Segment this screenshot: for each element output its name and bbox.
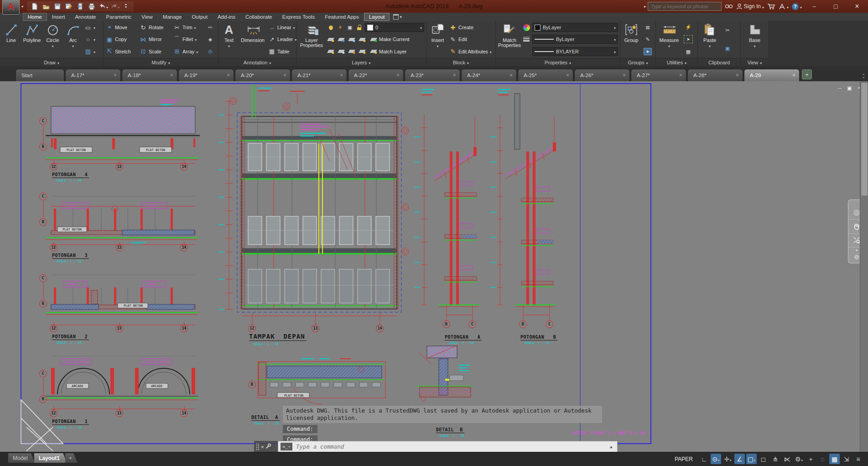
dimension-button[interactable]: Dimension: [239, 21, 267, 58]
file-tab-a-28[interactable]: A-28*: [687, 69, 743, 81]
fillet-button[interactable]: Fillet: [172, 34, 205, 45]
file-tab-a-22[interactable]: A-22*: [348, 69, 404, 81]
maximize-icon[interactable]: [826, 1, 845, 11]
text-caret-icon[interactable]: [228, 43, 230, 49]
plot-icon[interactable]: [87, 2, 97, 11]
panel-label-properties[interactable]: Properties: [496, 58, 620, 66]
circle-caret-icon[interactable]: [52, 43, 53, 49]
panel-label-modify[interactable]: Modify: [104, 58, 218, 66]
paste-caret-icon[interactable]: [709, 43, 711, 49]
arc-button[interactable]: Arc: [63, 21, 83, 58]
command-customize-icon[interactable]: [265, 443, 271, 451]
rectangle-caret-icon[interactable]: [94, 25, 95, 30]
close-tab-icon[interactable]: [566, 72, 569, 79]
close-tab-icon[interactable]: [509, 72, 513, 79]
panel-label-utilities[interactable]: Utilities: [656, 58, 697, 66]
workspace-icon[interactable]: ⚙: [794, 454, 804, 464]
file-tab-a-18[interactable]: A-18*: [122, 69, 177, 81]
base-button[interactable]: Base: [742, 21, 768, 58]
sign-in-caret-icon[interactable]: [761, 2, 764, 10]
ribbon-tab-express-tools[interactable]: Express Tools: [277, 13, 320, 21]
open-icon[interactable]: [41, 2, 51, 11]
close-tab-icon[interactable]: [679, 72, 682, 79]
application-menu-caret-icon[interactable]: ▾: [21, 5, 23, 9]
lineweight-caret-icon[interactable]: [614, 37, 616, 42]
new-icon[interactable]: [30, 2, 40, 11]
command-history-expand-icon[interactable]: [608, 445, 615, 449]
panel-label-view[interactable]: View: [741, 58, 769, 66]
ribbon-tab-featured-apps[interactable]: Featured Apps: [320, 13, 364, 21]
hatch-button[interactable]: [83, 46, 101, 57]
scale-button[interactable]: Scale: [138, 46, 172, 57]
file-tab-a-25[interactable]: A-25*: [518, 69, 573, 81]
layer-properties-button[interactable]: Layer Properties: [297, 21, 326, 58]
line-button[interactable]: Line: [1, 21, 21, 58]
annotation-monitor-icon[interactable]: +: [806, 454, 816, 464]
search-input[interactable]: [648, 2, 722, 11]
panel-label-annotation[interactable]: Annotation: [218, 58, 296, 66]
ribbon-tab-manage[interactable]: Manage: [158, 13, 187, 21]
close-tab-icon[interactable]: [340, 72, 343, 79]
polyline-button[interactable]: Polyline: [21, 21, 42, 58]
object-color-caret-icon[interactable]: [614, 25, 616, 30]
erase-icon[interactable]: [206, 24, 214, 31]
file-tab-a-24[interactable]: A-24*: [461, 69, 517, 81]
edit-attributes-caret-icon[interactable]: [490, 49, 492, 54]
move-button[interactable]: Move: [104, 22, 138, 33]
table-button[interactable]: Table: [267, 46, 295, 57]
offset-icon[interactable]: [206, 48, 214, 55]
panel-label-draw[interactable]: Draw: [0, 58, 103, 66]
search-collapse-icon[interactable]: ▸: [644, 4, 646, 9]
leader-button[interactable]: Leader: [267, 34, 295, 45]
help-icon[interactable]: [792, 2, 802, 11]
measure-caret-icon[interactable]: [668, 43, 670, 49]
file-tab-a-21[interactable]: A-21*: [291, 69, 347, 81]
command-input-field[interactable]: ▾: [278, 441, 618, 452]
copy-clip-icon[interactable]: [723, 45, 732, 52]
layer-unlock-icon[interactable]: [355, 24, 364, 31]
search-icon[interactable]: [725, 2, 733, 11]
new-layout-tab-button[interactable]: +: [65, 453, 78, 463]
polar-tracking-icon[interactable]: ∠: [734, 454, 745, 464]
layer-on-icon[interactable]: [327, 24, 335, 31]
ribbon-display-toggle[interactable]: ▾: [390, 13, 405, 21]
close-tab-icon[interactable]: [396, 72, 400, 79]
stretch-button[interactable]: Stretch: [104, 46, 138, 57]
layer-select-combo[interactable]: 0: [365, 23, 424, 32]
rectangle-button[interactable]: [83, 22, 101, 33]
ribbon-tab-insert[interactable]: Insert: [47, 13, 70, 21]
group-edit-icon[interactable]: [644, 36, 652, 43]
file-tab-start[interactable]: Start: [16, 69, 64, 81]
layer-unlock-all-icon[interactable]: [358, 48, 366, 55]
layer-thaw-icon[interactable]: [336, 24, 344, 31]
trim-button[interactable]: Trim: [172, 22, 205, 33]
linetype-caret-icon[interactable]: [614, 49, 616, 54]
close-tab-icon[interactable]: [792, 72, 795, 79]
file-tab-a-27[interactable]: A-27*: [631, 69, 686, 81]
layout1-tab[interactable]: Layout1: [34, 453, 67, 463]
text-button[interactable]: A Text: [219, 21, 239, 58]
layer-freeze-icon[interactable]: [348, 36, 356, 43]
ribbon-tab-add-ins[interactable]: Add-ins: [213, 13, 240, 21]
command-line-grip[interactable]: [256, 443, 259, 450]
sign-in-button[interactable]: Sign In: [736, 2, 764, 11]
close-tab-icon[interactable]: [227, 72, 230, 79]
undo-icon[interactable]: [98, 2, 108, 11]
trim-caret-icon[interactable]: [194, 25, 196, 30]
close-tab-icon[interactable]: [283, 72, 286, 79]
quick-select-icon[interactable]: [684, 24, 692, 31]
make-current-button[interactable]: Make Current: [369, 34, 411, 45]
lineweight-combo[interactable]: ByLayer: [532, 35, 618, 44]
create-block-button[interactable]: Create: [448, 22, 494, 33]
file-tab-a-17[interactable]: A-17*: [65, 69, 121, 81]
ellipse-button[interactable]: [83, 34, 101, 45]
application-menu-button[interactable]: A: [2, 0, 20, 15]
object-snap-icon[interactable]: ▢: [746, 454, 757, 464]
ribbon-tab-collaborate[interactable]: Collaborate: [240, 13, 277, 21]
ribbon-tab-layout[interactable]: Layout: [364, 13, 390, 21]
hatch-caret-icon[interactable]: [94, 49, 95, 54]
ribbon-tab-output[interactable]: Output: [187, 13, 213, 21]
rotate-button[interactable]: Rotate: [138, 22, 172, 33]
match-properties-button[interactable]: Match Properties: [497, 21, 522, 58]
autodesk-app-icon[interactable]: [779, 2, 789, 11]
